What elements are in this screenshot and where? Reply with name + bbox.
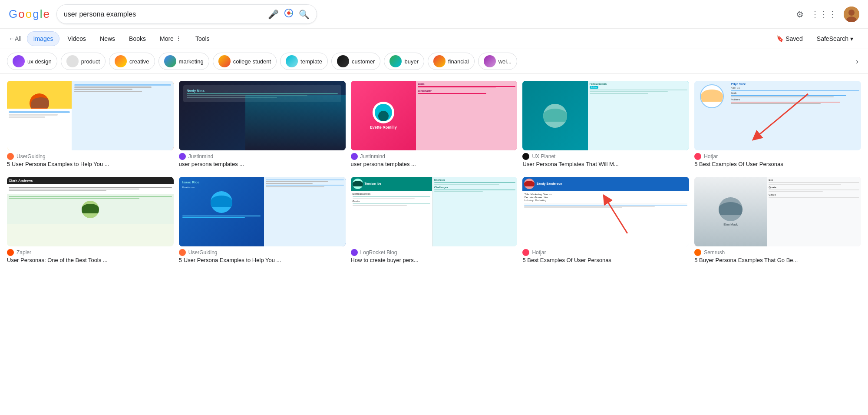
source-name-5: Hotjar: [704, 153, 718, 159]
results-row-1: UserGuiding 5 User Persona Examples to H…: [7, 81, 861, 168]
saved-button[interactable]: 🔖 Saved: [770, 32, 809, 46]
source-icon-5: [694, 153, 701, 160]
source-icon-8: [351, 249, 358, 256]
source-name-7: UserGuiding: [188, 249, 218, 256]
search-tabs: ← All Images Videos News Books More ⋮ To…: [0, 29, 868, 49]
microphone-icon[interactable]: 🎤: [268, 9, 279, 20]
result-item-6[interactable]: Clark Andrews: [7, 177, 174, 264]
result-item-8[interactable]: Tomisın Ibe Demographics Goals Interests: [351, 177, 518, 264]
source-name-3: Justinmind: [360, 153, 385, 159]
source-icon-1: [7, 153, 14, 160]
source-icon-4: [522, 153, 529, 160]
filter-chip-product[interactable]: product: [61, 53, 106, 70]
result-item-1[interactable]: UserGuiding 5 User Persona Examples to H…: [7, 81, 174, 168]
source-name-8: LogRocket Blog: [360, 249, 397, 256]
source-icon-10: [694, 249, 701, 256]
source-name-10: Semrush: [704, 249, 725, 256]
source-name-4: UX Planet: [532, 153, 555, 159]
filter-chip-ux-design[interactable]: ux design: [7, 53, 57, 70]
svg-point-1: [287, 11, 290, 14]
safesearch-button[interactable]: SafeSearch ▾: [811, 32, 859, 46]
all-tab[interactable]: ← All: [9, 35, 22, 42]
source-name-6: Zapier: [17, 249, 31, 256]
filter-chip-buyer[interactable]: buyer: [384, 53, 424, 70]
header: Google 🎤 🔍 ⚙ ⋮⋮⋮: [0, 0, 868, 29]
result-title-2: user persona templates ...: [179, 161, 346, 168]
search-input[interactable]: [64, 10, 264, 18]
tools-button[interactable]: Tools: [189, 32, 216, 46]
source-icon-7: [179, 249, 186, 256]
result-title-1: 5 User Persona Examples to Help You ...: [7, 161, 174, 168]
header-right: ⚙ ⋮⋮⋮: [796, 7, 859, 22]
result-item-3[interactable]: Evette Romilly goals personality Justinm…: [351, 81, 518, 168]
result-title-6: User Personas: One of the Best Tools ...: [7, 257, 174, 264]
filter-chip-college-student[interactable]: college student: [213, 53, 277, 70]
filter-chip-customer[interactable]: customer: [331, 53, 380, 70]
result-item-9[interactable]: Sandy Sanderson Title: Marketing Directo…: [522, 177, 689, 264]
source-icon-3: [351, 153, 358, 160]
apps-icon[interactable]: ⋮⋮⋮: [811, 9, 837, 20]
result-title-3: user persona templates ...: [351, 161, 518, 168]
source-icon-2: [179, 153, 186, 160]
google-logo[interactable]: Google: [9, 7, 50, 21]
bookmark-icon: 🔖: [776, 35, 784, 42]
filter-chip-template[interactable]: template: [280, 53, 328, 70]
svg-point-3: [848, 10, 855, 16]
images-tab[interactable]: Images: [27, 31, 60, 46]
filter-chip-marketing[interactable]: marketing: [158, 53, 209, 70]
result-title-4: User Persona Templates That Will M...: [522, 161, 689, 168]
avatar[interactable]: [844, 7, 859, 22]
google-lens-icon[interactable]: [284, 8, 294, 20]
filter-chip-creative[interactable]: creative: [109, 53, 155, 70]
source-name-9: Hotjar: [532, 249, 546, 256]
result-item-5[interactable]: Priya Sree Age: 31 Goals Problems Hotjar…: [694, 81, 861, 168]
result-item-2[interactable]: Neely Nina Justinmind user persona templ…: [179, 81, 346, 168]
source-name-1: UserGuiding: [17, 153, 46, 159]
next-chips-arrow[interactable]: ›: [853, 54, 861, 69]
videos-tab[interactable]: Videos: [61, 32, 92, 46]
result-title-8: How to create buyer pers...: [351, 257, 518, 264]
result-title-7: 5 User Persona Examples to Help You ...: [179, 257, 346, 264]
result-item-4[interactable]: Follow button Follow UX Planet User Pers…: [522, 81, 689, 168]
result-item-7[interactable]: Isaac Rice Freelancer: [179, 177, 346, 264]
results-row-2: Clark Andrews: [7, 177, 861, 264]
books-tab[interactable]: Books: [123, 32, 152, 46]
result-title-9: 5 Best Examples Of User Personas: [522, 257, 689, 264]
settings-icon[interactable]: ⚙: [796, 9, 804, 20]
more-tab[interactable]: More ⋮: [154, 32, 188, 46]
filter-bar: ux design product creative marketing col…: [0, 49, 868, 74]
news-tab[interactable]: News: [94, 32, 121, 46]
search-bar: 🎤 🔍: [56, 4, 317, 24]
result-title-5: 5 Best Examples Of User Personas: [694, 161, 861, 168]
filter-chip-financial[interactable]: financial: [428, 53, 475, 70]
chevron-down-icon: ▾: [850, 35, 853, 42]
search-button[interactable]: 🔍: [299, 9, 310, 20]
source-name-2: Justinmind: [188, 153, 213, 159]
source-icon-6: [7, 249, 14, 256]
filter-chip-welcome[interactable]: wel...: [478, 53, 517, 70]
results-container: UserGuiding 5 User Persona Examples to H…: [0, 74, 868, 276]
result-title-10: 5 Buyer Persona Examples That Go Be...: [694, 257, 861, 264]
result-item-10[interactable]: Elon Musk Bio Quote Goals: [694, 177, 861, 264]
source-icon-9: [522, 249, 529, 256]
